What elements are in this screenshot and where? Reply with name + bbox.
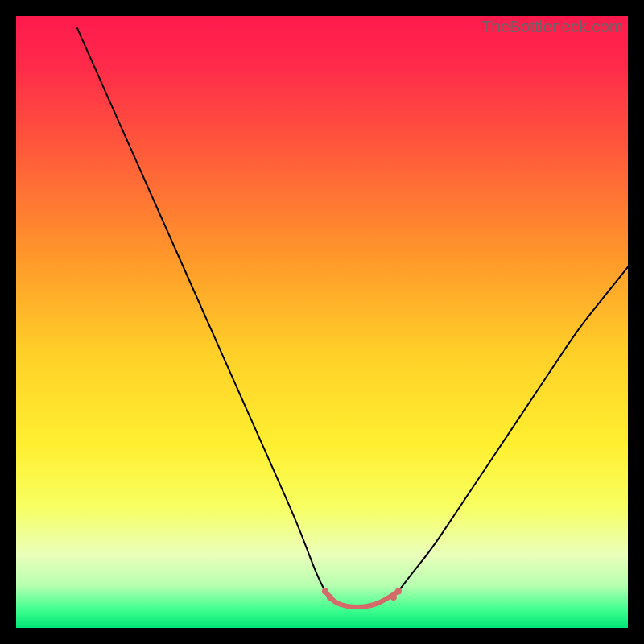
chart-frame: TheBottleneck.com: [16, 16, 628, 628]
marker-dot: [327, 594, 333, 601]
gradient-background: [16, 16, 628, 628]
marker-dot: [322, 588, 328, 594]
chart-svg: [16, 16, 628, 628]
marker-dot: [390, 594, 397, 601]
watermark-text: TheBottleneck.com: [481, 18, 623, 36]
marker-dot: [395, 588, 402, 594]
